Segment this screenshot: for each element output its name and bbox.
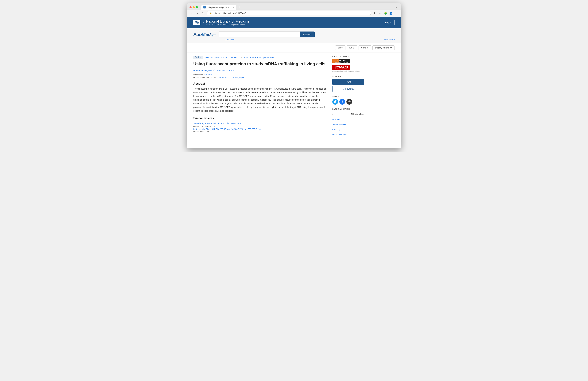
new-tab-button[interactable]: + xyxy=(237,5,241,9)
actions-title: ACTIONS xyxy=(332,75,364,77)
active-tab[interactable]: Using fluorescent proteins to... × xyxy=(201,5,236,10)
nav-similar-label: Similar articles xyxy=(332,123,346,126)
nih-org-text: National Library of Medicine National Ce… xyxy=(206,19,250,26)
advanced-link[interactable]: Advanced xyxy=(225,38,234,41)
elsevier-badge[interactable]: ELSEVIER FULL-TEXT ARTICLE xyxy=(332,59,350,63)
display-options-button[interactable]: Display options ⚙ xyxy=(373,45,395,50)
nih-org-sub: National Center for Biotechnology Inform… xyxy=(206,23,250,26)
nav-publication-types[interactable]: Publication types xyxy=(332,132,364,137)
bookmark-icon[interactable]: ☆ xyxy=(378,11,382,15)
similar-article-link[interactable]: Visualizing mRNAs in fixed and living ye… xyxy=(193,122,328,125)
abstract-text: This chapter presents the MS2-GFP system… xyxy=(193,87,328,113)
address-bar[interactable]: 🔒 pubmed.ncbi.nlm.nih.gov/18155467/ xyxy=(207,11,371,15)
elsevier-sub: FULL-TEXT ARTICLE xyxy=(334,61,349,63)
pubmed-logo-search: PubMed.gov Search xyxy=(193,31,395,37)
sidebar-actions: ACTIONS “ Cite ☆ Favorites xyxy=(332,75,364,92)
display-options-label: Display options xyxy=(375,46,389,49)
traffic-lights xyxy=(189,6,198,8)
user-guide-link[interactable]: User Guide xyxy=(384,38,395,41)
tab-close-button[interactable]: × xyxy=(233,6,234,8)
author1-link[interactable]: Emmanuelle Querido1 xyxy=(193,69,216,72)
nav-similar-articles[interactable]: Similar articles xyxy=(332,122,364,127)
favorites-label: Favorites xyxy=(345,88,355,90)
forward-button[interactable]: › xyxy=(195,11,200,15)
favorites-button[interactable]: ☆ Favorites xyxy=(332,86,364,92)
lock-icon: 🔒 xyxy=(210,12,212,14)
login-button[interactable]: Log in xyxy=(382,20,395,25)
similar-article-title: Visualizing mRNAs in fixed and living ye… xyxy=(193,122,242,125)
page-navigation: PAGE NAVIGATION ‹ Title & authors Abstra… xyxy=(332,108,364,137)
search-form: Search xyxy=(219,31,315,37)
menu-icon[interactable]: ⋮ xyxy=(394,11,399,15)
journal-link[interactable]: Methods Cell Biol. 2008;85:273-92. xyxy=(206,56,238,59)
profile-icon[interactable]: 👤 xyxy=(389,11,393,15)
facebook-share-button[interactable] xyxy=(339,99,345,105)
cite-button[interactable]: “ Cite xyxy=(332,79,364,85)
tab-overflow-button[interactable]: ⌄ xyxy=(394,5,399,9)
pubmed-logo-suffix: .gov xyxy=(211,34,215,37)
similar-article-journal: Methods Mol Biol. 2011;714:203-19. doi: … xyxy=(193,128,328,130)
favorites-star-icon: ☆ xyxy=(342,88,344,90)
refresh-button[interactable]: ↻ xyxy=(201,11,206,15)
doi-row-link[interactable]: 10.1016/S0091-679X(08)85012-1 xyxy=(218,76,249,79)
scihub-badge[interactable]: SCI-HUB to remove all barriers in the wa… xyxy=(332,65,360,72)
expand-affiliations-link[interactable]: + expand xyxy=(204,73,212,75)
nih-header: NIH › National Library of Medicine Natio… xyxy=(187,17,401,28)
abstract-title: Abstract xyxy=(193,82,328,85)
nav-title-authors[interactable]: ‹ Title & authors xyxy=(332,112,364,117)
elsevier-label: ELSEVIER xyxy=(334,60,349,61)
link-icon xyxy=(348,100,351,103)
tab-title: Using fluorescent proteins to... xyxy=(207,6,231,8)
search-button[interactable]: Search xyxy=(300,31,315,37)
share-icons xyxy=(332,99,364,105)
nav-abstract[interactable]: Abstract xyxy=(332,117,364,122)
full-text-links-section: FULL TEXT LINKS ELSEVIER FULL-TEXT ARTIC… xyxy=(332,56,364,72)
scihub-subtitle: to remove all barriers in the way of sci… xyxy=(332,70,360,72)
author2-link[interactable]: Pascal Chartrand xyxy=(217,69,234,72)
maximize-button[interactable] xyxy=(196,6,198,8)
doi-label-text: DOI: xyxy=(211,76,216,79)
pmid-label: PMID: 18155467 xyxy=(193,76,209,79)
back-button[interactable]: ‹ xyxy=(189,11,194,15)
doi-link[interactable]: 10.1016/S0091-679X(08)85012-1 xyxy=(243,56,274,59)
tab-bar: Using fluorescent proteins to... × + ⌄ xyxy=(201,5,399,10)
browser-titlebar: Using fluorescent proteins to... × + ⌄ xyxy=(187,3,401,10)
save-button[interactable]: Save xyxy=(335,45,345,50)
send-to-button[interactable]: Send to xyxy=(358,45,371,50)
cite-quote-icon: “ xyxy=(345,80,346,83)
right-sidebar: FULL TEXT LINKS ELSEVIER FULL-TEXT ARTIC… xyxy=(332,52,364,148)
nav-cited-by[interactable]: Cited by xyxy=(332,127,364,132)
share-title: SHARE xyxy=(332,95,364,97)
pmid-doi-row: PMID: 18155467 DOI: 10.1016/S0091-679X(0… xyxy=(193,76,328,79)
cite-label: Cite xyxy=(347,81,351,83)
page-content: NIH › National Library of Medicine Natio… xyxy=(187,17,401,148)
article-breadcrumb: Review › Methods Cell Biol. 2008;85:273-… xyxy=(193,56,328,59)
similar-article-item: Visualizing mRNAs in fixed and living ye… xyxy=(193,122,328,133)
similar-article-pmid: PMID: 21431743 xyxy=(193,130,328,133)
nav-pub-types-label: Publication types xyxy=(332,134,348,136)
page-nav-title: PAGE NAVIGATION xyxy=(332,108,364,110)
browser-toolbar: ‹ › ↻ 🔒 pubmed.ncbi.nlm.nih.gov/18155467… xyxy=(187,10,401,17)
author1-sup: 1 xyxy=(214,69,215,71)
twitter-share-button[interactable] xyxy=(332,99,338,105)
search-input[interactable] xyxy=(219,31,300,37)
author1-name: Emmanuelle Querido xyxy=(193,69,214,72)
scihub-label: SCI-HUB xyxy=(332,65,350,70)
minimize-button[interactable] xyxy=(193,6,195,8)
main-layout: Review › Methods Cell Biol. 2008;85:273-… xyxy=(187,52,401,148)
action-toolbar: Save Email Send to Display options ⚙ xyxy=(187,43,401,52)
nav-chevron-left: ‹ xyxy=(332,113,333,115)
twitter-icon xyxy=(334,100,337,103)
breadcrumb-doi-label: doi: xyxy=(239,56,242,59)
email-button[interactable]: Email xyxy=(347,45,357,50)
breadcrumb-separator: › xyxy=(204,56,204,59)
full-text-links-title: FULL TEXT LINKS xyxy=(332,56,364,58)
pmid-value: 18155467 xyxy=(200,76,209,79)
search-links: Advanced User Guide xyxy=(193,38,395,41)
close-button[interactable] xyxy=(189,6,191,8)
extension-icon[interactable]: 🧩 xyxy=(383,11,388,15)
nih-org-name: National Library of Medicine xyxy=(206,19,250,23)
copy-link-button[interactable] xyxy=(346,99,352,105)
share-icon[interactable]: ⬆ xyxy=(372,11,377,15)
browser-window: Using fluorescent proteins to... × + ⌄ ‹… xyxy=(187,3,401,148)
